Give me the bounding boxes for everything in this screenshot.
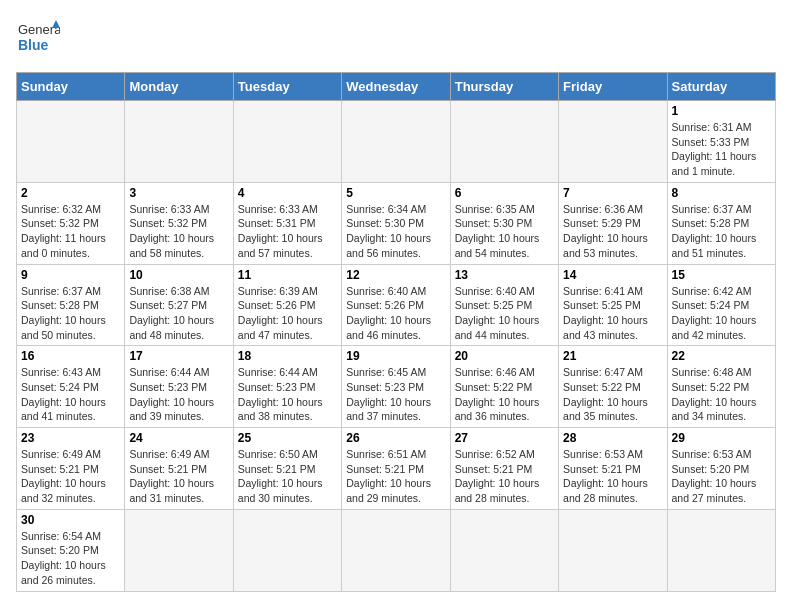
day-info: Sunrise: 6:52 AM Sunset: 5:21 PM Dayligh… <box>455 447 554 506</box>
calendar-cell: 9Sunrise: 6:37 AM Sunset: 5:28 PM Daylig… <box>17 264 125 346</box>
calendar-cell: 11Sunrise: 6:39 AM Sunset: 5:26 PM Dayli… <box>233 264 341 346</box>
calendar-cell <box>233 101 341 183</box>
day-info: Sunrise: 6:44 AM Sunset: 5:23 PM Dayligh… <box>129 365 228 424</box>
day-number: 15 <box>672 268 771 282</box>
calendar-cell: 24Sunrise: 6:49 AM Sunset: 5:21 PM Dayli… <box>125 428 233 510</box>
svg-text:General: General <box>18 22 60 37</box>
day-number: 21 <box>563 349 662 363</box>
calendar-cell: 13Sunrise: 6:40 AM Sunset: 5:25 PM Dayli… <box>450 264 558 346</box>
day-number: 13 <box>455 268 554 282</box>
day-number: 26 <box>346 431 445 445</box>
calendar-cell <box>450 509 558 591</box>
calendar-week-0: 1Sunrise: 6:31 AM Sunset: 5:33 PM Daylig… <box>17 101 776 183</box>
day-info: Sunrise: 6:33 AM Sunset: 5:32 PM Dayligh… <box>129 202 228 261</box>
day-info: Sunrise: 6:54 AM Sunset: 5:20 PM Dayligh… <box>21 529 120 588</box>
day-info: Sunrise: 6:51 AM Sunset: 5:21 PM Dayligh… <box>346 447 445 506</box>
day-info: Sunrise: 6:53 AM Sunset: 5:20 PM Dayligh… <box>672 447 771 506</box>
calendar-cell <box>450 101 558 183</box>
calendar-cell: 10Sunrise: 6:38 AM Sunset: 5:27 PM Dayli… <box>125 264 233 346</box>
calendar-cell: 18Sunrise: 6:44 AM Sunset: 5:23 PM Dayli… <box>233 346 341 428</box>
day-number: 20 <box>455 349 554 363</box>
day-info: Sunrise: 6:43 AM Sunset: 5:24 PM Dayligh… <box>21 365 120 424</box>
day-number: 2 <box>21 186 120 200</box>
day-info: Sunrise: 6:50 AM Sunset: 5:21 PM Dayligh… <box>238 447 337 506</box>
day-info: Sunrise: 6:33 AM Sunset: 5:31 PM Dayligh… <box>238 202 337 261</box>
day-info: Sunrise: 6:37 AM Sunset: 5:28 PM Dayligh… <box>672 202 771 261</box>
day-number: 27 <box>455 431 554 445</box>
day-number: 6 <box>455 186 554 200</box>
calendar-cell: 1Sunrise: 6:31 AM Sunset: 5:33 PM Daylig… <box>667 101 775 183</box>
dow-monday: Monday <box>125 73 233 101</box>
calendar-cell: 14Sunrise: 6:41 AM Sunset: 5:25 PM Dayli… <box>559 264 667 346</box>
calendar-cell: 29Sunrise: 6:53 AM Sunset: 5:20 PM Dayli… <box>667 428 775 510</box>
calendar-cell: 22Sunrise: 6:48 AM Sunset: 5:22 PM Dayli… <box>667 346 775 428</box>
day-info: Sunrise: 6:41 AM Sunset: 5:25 PM Dayligh… <box>563 284 662 343</box>
calendar-cell: 30Sunrise: 6:54 AM Sunset: 5:20 PM Dayli… <box>17 509 125 591</box>
day-number: 14 <box>563 268 662 282</box>
day-number: 28 <box>563 431 662 445</box>
day-number: 9 <box>21 268 120 282</box>
day-info: Sunrise: 6:31 AM Sunset: 5:33 PM Dayligh… <box>672 120 771 179</box>
calendar-cell: 23Sunrise: 6:49 AM Sunset: 5:21 PM Dayli… <box>17 428 125 510</box>
calendar-cell: 17Sunrise: 6:44 AM Sunset: 5:23 PM Dayli… <box>125 346 233 428</box>
calendar-cell: 15Sunrise: 6:42 AM Sunset: 5:24 PM Dayli… <box>667 264 775 346</box>
calendar-week-1: 2Sunrise: 6:32 AM Sunset: 5:32 PM Daylig… <box>17 182 776 264</box>
calendar-cell: 3Sunrise: 6:33 AM Sunset: 5:32 PM Daylig… <box>125 182 233 264</box>
dow-saturday: Saturday <box>667 73 775 101</box>
day-number: 3 <box>129 186 228 200</box>
calendar-cell <box>125 509 233 591</box>
calendar-cell: 16Sunrise: 6:43 AM Sunset: 5:24 PM Dayli… <box>17 346 125 428</box>
day-number: 22 <box>672 349 771 363</box>
calendar-week-3: 16Sunrise: 6:43 AM Sunset: 5:24 PM Dayli… <box>17 346 776 428</box>
calendar-cell: 20Sunrise: 6:46 AM Sunset: 5:22 PM Dayli… <box>450 346 558 428</box>
calendar-week-5: 30Sunrise: 6:54 AM Sunset: 5:20 PM Dayli… <box>17 509 776 591</box>
day-number: 16 <box>21 349 120 363</box>
calendar-cell: 21Sunrise: 6:47 AM Sunset: 5:22 PM Dayli… <box>559 346 667 428</box>
calendar-cell: 25Sunrise: 6:50 AM Sunset: 5:21 PM Dayli… <box>233 428 341 510</box>
day-number: 8 <box>672 186 771 200</box>
logo: General Blue <box>16 16 60 60</box>
day-info: Sunrise: 6:35 AM Sunset: 5:30 PM Dayligh… <box>455 202 554 261</box>
day-number: 1 <box>672 104 771 118</box>
day-number: 5 <box>346 186 445 200</box>
day-info: Sunrise: 6:38 AM Sunset: 5:27 PM Dayligh… <box>129 284 228 343</box>
calendar-cell <box>17 101 125 183</box>
day-info: Sunrise: 6:34 AM Sunset: 5:30 PM Dayligh… <box>346 202 445 261</box>
day-number: 19 <box>346 349 445 363</box>
calendar-cell: 4Sunrise: 6:33 AM Sunset: 5:31 PM Daylig… <box>233 182 341 264</box>
calendar-cell: 8Sunrise: 6:37 AM Sunset: 5:28 PM Daylig… <box>667 182 775 264</box>
calendar-cell: 5Sunrise: 6:34 AM Sunset: 5:30 PM Daylig… <box>342 182 450 264</box>
day-number: 12 <box>346 268 445 282</box>
day-number: 10 <box>129 268 228 282</box>
calendar-table: SundayMondayTuesdayWednesdayThursdayFrid… <box>16 72 776 592</box>
day-info: Sunrise: 6:40 AM Sunset: 5:26 PM Dayligh… <box>346 284 445 343</box>
day-info: Sunrise: 6:49 AM Sunset: 5:21 PM Dayligh… <box>21 447 120 506</box>
day-info: Sunrise: 6:44 AM Sunset: 5:23 PM Dayligh… <box>238 365 337 424</box>
calendar-cell <box>667 509 775 591</box>
calendar-week-4: 23Sunrise: 6:49 AM Sunset: 5:21 PM Dayli… <box>17 428 776 510</box>
day-number: 17 <box>129 349 228 363</box>
calendar-cell: 6Sunrise: 6:35 AM Sunset: 5:30 PM Daylig… <box>450 182 558 264</box>
day-info: Sunrise: 6:49 AM Sunset: 5:21 PM Dayligh… <box>129 447 228 506</box>
day-info: Sunrise: 6:37 AM Sunset: 5:28 PM Dayligh… <box>21 284 120 343</box>
calendar-cell: 2Sunrise: 6:32 AM Sunset: 5:32 PM Daylig… <box>17 182 125 264</box>
dow-thursday: Thursday <box>450 73 558 101</box>
dow-sunday: Sunday <box>17 73 125 101</box>
calendar-cell <box>342 509 450 591</box>
day-info: Sunrise: 6:39 AM Sunset: 5:26 PM Dayligh… <box>238 284 337 343</box>
day-number: 25 <box>238 431 337 445</box>
calendar-cell <box>233 509 341 591</box>
day-info: Sunrise: 6:48 AM Sunset: 5:22 PM Dayligh… <box>672 365 771 424</box>
day-info: Sunrise: 6:36 AM Sunset: 5:29 PM Dayligh… <box>563 202 662 261</box>
day-info: Sunrise: 6:46 AM Sunset: 5:22 PM Dayligh… <box>455 365 554 424</box>
day-info: Sunrise: 6:40 AM Sunset: 5:25 PM Dayligh… <box>455 284 554 343</box>
calendar-cell: 12Sunrise: 6:40 AM Sunset: 5:26 PM Dayli… <box>342 264 450 346</box>
day-info: Sunrise: 6:53 AM Sunset: 5:21 PM Dayligh… <box>563 447 662 506</box>
day-info: Sunrise: 6:42 AM Sunset: 5:24 PM Dayligh… <box>672 284 771 343</box>
day-info: Sunrise: 6:45 AM Sunset: 5:23 PM Dayligh… <box>346 365 445 424</box>
calendar-cell: 19Sunrise: 6:45 AM Sunset: 5:23 PM Dayli… <box>342 346 450 428</box>
day-info: Sunrise: 6:32 AM Sunset: 5:32 PM Dayligh… <box>21 202 120 261</box>
calendar-cell: 7Sunrise: 6:36 AM Sunset: 5:29 PM Daylig… <box>559 182 667 264</box>
dow-tuesday: Tuesday <box>233 73 341 101</box>
calendar-cell: 27Sunrise: 6:52 AM Sunset: 5:21 PM Dayli… <box>450 428 558 510</box>
